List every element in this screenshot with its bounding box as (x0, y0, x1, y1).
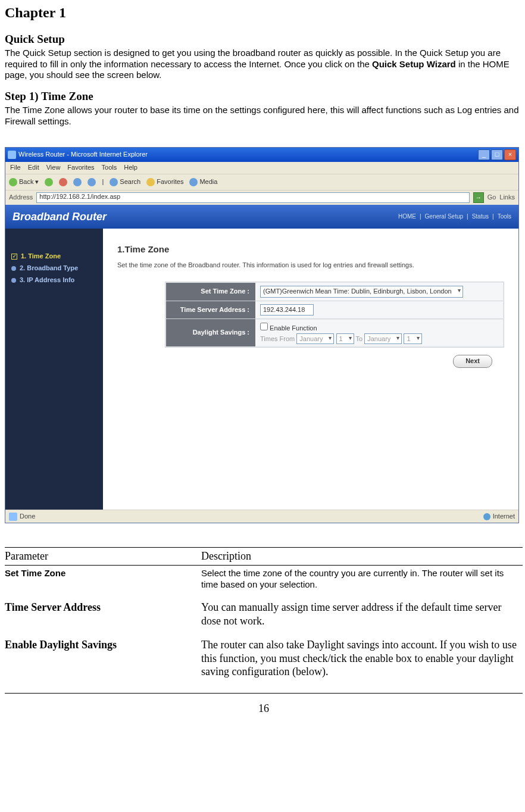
menu-view[interactable]: View (46, 164, 61, 172)
address-input[interactable]: http://192.168.2.1/index.asp (36, 192, 469, 203)
set-time-zone-label: Set Time Zone : (166, 283, 255, 301)
menu-favorites[interactable]: Favorites (67, 164, 94, 172)
param-enable-daylight: Enable Daylight Savings (5, 638, 201, 679)
ie-window: Wireless Router - Microsoft Internet Exp… (5, 147, 519, 523)
to-label: To (356, 335, 363, 342)
quick-setup-paragraph: The Quick Setup section is designed to g… (5, 48, 523, 81)
menubar: File Edit View Favorites Tools Help (5, 162, 518, 174)
close-button[interactable]: × (504, 149, 516, 160)
go-button[interactable]: → (473, 192, 484, 203)
table-header-parameter: Parameter (5, 548, 201, 565)
menu-help[interactable]: Help (124, 164, 138, 172)
bullet-icon (11, 278, 16, 283)
quick-setup-heading: Quick Setup (5, 32, 523, 46)
param-time-server: Time Server Address (5, 601, 201, 627)
set-time-zone-select[interactable]: (GMT)Greenwich Mean Time: Dublin, Edinbu… (260, 286, 463, 298)
param-set-time-zone: Set Time Zone (5, 568, 201, 591)
chapter-title: Chapter 1 (5, 4, 523, 21)
forward-icon (45, 178, 53, 186)
form-panel: Set Time Zone : (GMT)Greenwich Mean Time… (165, 282, 504, 348)
status-zone: Internet (493, 513, 515, 521)
next-button[interactable]: Next (453, 355, 492, 368)
menu-edit[interactable]: Edit (28, 164, 39, 172)
maximize-button[interactable]: □ (491, 149, 503, 160)
main-panel: 1.Time Zone Set the time zone of the Bro… (103, 229, 518, 510)
footer-divider (5, 693, 523, 694)
sidenav-item-broadband-type[interactable]: 2. Broadband Type (11, 264, 97, 273)
home-button[interactable] (88, 178, 96, 186)
content-area: ✓ 1. Time Zone 2. Broadband Type 3. IP A… (5, 229, 518, 510)
side-nav: ✓ 1. Time Zone 2. Broadband Type 3. IP A… (5, 229, 103, 510)
page-number: 16 (5, 702, 523, 716)
banner-link-home[interactable]: HOME (398, 213, 416, 221)
table-header-description: Description (201, 548, 523, 565)
stop-button[interactable] (59, 178, 67, 186)
search-icon (110, 178, 118, 186)
panel-heading: 1.Time Zone (117, 244, 504, 255)
back-icon (9, 178, 17, 186)
minimize-button[interactable]: _ (478, 149, 490, 160)
refresh-icon (73, 178, 82, 186)
refresh-button[interactable] (73, 178, 82, 186)
step1-heading: Step 1) Time Zone (5, 89, 523, 104)
router-banner: Broadband Router HOME | General Setup | … (5, 205, 518, 229)
time-server-input[interactable]: 192.43.244.18 (260, 304, 314, 316)
status-bar: Done Internet (5, 510, 518, 523)
panel-desc: Set the time zone of the Broadband route… (117, 261, 504, 270)
media-button[interactable]: Media (189, 178, 217, 186)
enable-daylight-label: Enable Function (270, 324, 317, 332)
sidenav-label: 2. Broadband Type (20, 264, 78, 273)
banner-link-status[interactable]: Status (472, 213, 489, 221)
quick-setup-wizard-label: Quick Setup Wizard (372, 59, 456, 69)
media-icon (189, 178, 198, 186)
favorites-icon (146, 178, 155, 186)
check-icon: ✓ (11, 254, 17, 260)
from-day-select[interactable]: 1 (336, 333, 354, 344)
times-from-label: Times From (260, 335, 295, 342)
time-server-label: Time Server Address : (166, 301, 255, 319)
desc-set-time-zone: Select the time zone of the country you … (201, 568, 523, 591)
menu-tools[interactable]: Tools (102, 164, 117, 172)
desc-time-server: You can manually assign time server addr… (201, 601, 523, 627)
address-bar: Address http://192.168.2.1/index.asp → G… (5, 190, 518, 205)
from-month-select[interactable]: January (296, 333, 334, 344)
banner-title: Broadband Router (12, 210, 107, 224)
parameter-table: Parameter Description Set Time Zone Sele… (5, 547, 523, 687)
to-month-select[interactable]: January (364, 333, 402, 344)
bullet-icon (11, 266, 16, 271)
stop-icon (59, 178, 67, 186)
globe-icon (483, 513, 490, 520)
titlebar: Wireless Router - Microsoft Internet Exp… (5, 148, 518, 162)
back-button[interactable]: Back ▾ (9, 178, 39, 186)
search-button[interactable]: Search (110, 178, 140, 186)
desc-enable-daylight: The router can also take Daylight saving… (201, 638, 523, 679)
sidenav-label: 1. Time Zone (21, 252, 61, 261)
done-icon (9, 513, 17, 521)
menu-file[interactable]: File (10, 164, 21, 172)
banner-link-general[interactable]: General Setup (425, 213, 464, 221)
ie-logo-icon (8, 151, 16, 159)
links-label[interactable]: Links (499, 193, 515, 202)
sidenav-label: 3. IP Address Info (20, 276, 74, 285)
status-done: Done (20, 513, 35, 521)
to-day-select[interactable]: 1 (404, 333, 421, 344)
home-icon (88, 178, 96, 186)
enable-daylight-checkbox[interactable] (260, 323, 268, 330)
daylight-savings-label: Daylight Savings : (166, 319, 255, 346)
favorites-button[interactable]: Favorites (146, 178, 183, 186)
step1-paragraph: The Time Zone allows your router to base… (5, 105, 523, 127)
window-title: Wireless Router - Microsoft Internet Exp… (18, 151, 148, 159)
sidenav-item-time-zone[interactable]: ✓ 1. Time Zone (11, 252, 97, 261)
toolbar: Back ▾ | Search Favorites Media (5, 174, 518, 190)
banner-link-tools[interactable]: Tools (498, 213, 511, 221)
address-label: Address (9, 193, 33, 202)
forward-button[interactable] (45, 178, 53, 186)
sidenav-item-ip-address[interactable]: 3. IP Address Info (11, 276, 97, 285)
go-label: Go (488, 193, 496, 202)
